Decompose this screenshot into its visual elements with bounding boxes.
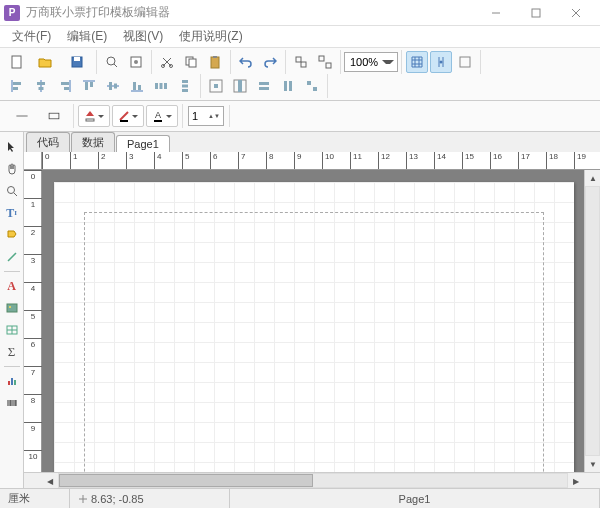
distribute-v-button[interactable] [174,75,196,97]
menubar: 文件(F) 编辑(E) 视图(V) 使用说明(Z) [0,26,600,48]
minimize-button[interactable] [476,0,516,26]
svg-rect-73 [8,381,10,385]
center-in-window-button[interactable] [205,75,227,97]
line-color-button[interactable] [112,105,144,127]
chart-tool[interactable] [2,371,22,391]
undo-button[interactable] [235,51,257,73]
paste-button[interactable] [204,51,226,73]
svg-rect-27 [13,87,18,90]
menu-view[interactable]: 视图(V) [115,26,171,47]
format-tool[interactable] [2,225,22,245]
align-bottom-button[interactable] [126,75,148,97]
svg-point-7 [107,57,115,65]
scroll-thumb-h[interactable] [59,474,313,487]
scroll-up-button[interactable]: ▲ [585,170,600,186]
menu-edit[interactable]: 编辑(E) [59,26,115,47]
svg-rect-42 [138,85,141,90]
scroll-track-h[interactable] [58,473,568,488]
same-height-button[interactable] [277,75,299,97]
preview-button[interactable] [101,51,123,73]
svg-rect-52 [238,80,242,92]
toolbar-style: A 1 ▲▼ [0,101,600,132]
svg-rect-21 [319,56,324,61]
svg-rect-22 [326,63,331,68]
font-a-tool[interactable]: A [2,276,22,296]
cut-button[interactable] [156,51,178,73]
tab-data[interactable]: 数据 [71,132,115,152]
redo-button[interactable] [259,51,281,73]
svg-point-23 [440,61,443,64]
svg-rect-16 [189,59,196,67]
show-grid-button[interactable] [406,51,428,73]
svg-rect-50 [214,84,218,88]
align-top-button[interactable] [78,75,100,97]
line-style-button[interactable] [7,105,37,127]
align-center-h-button[interactable] [30,75,52,97]
copy-button[interactable] [180,51,202,73]
save-button[interactable] [62,51,92,73]
image-tool[interactable] [2,298,22,318]
same-width-button[interactable] [253,75,275,97]
svg-rect-57 [307,81,311,85]
text-tool[interactable]: TI [2,203,22,223]
align-right-button[interactable] [54,75,76,97]
tab-code[interactable]: 代码 [26,132,70,152]
close-button[interactable] [556,0,596,26]
svg-rect-20 [301,62,306,67]
zoom-tool[interactable] [2,181,22,201]
page-surface[interactable] [54,182,574,472]
menu-file[interactable]: 文件(F) [4,26,59,47]
svg-point-65 [7,187,14,194]
font-color-button[interactable]: A [146,105,178,127]
line-tool[interactable] [2,247,22,267]
ungroup-button[interactable] [314,51,336,73]
scroll-track-v[interactable] [585,186,600,456]
snap-grid-button[interactable] [430,51,452,73]
group-button[interactable] [290,51,312,73]
hand-tool[interactable] [2,159,22,179]
horizontal-scrollbar[interactable]: ◀ ▶ [24,472,600,488]
center-v-window-button[interactable] [229,75,251,97]
svg-rect-38 [109,82,112,90]
scroll-down-button[interactable]: ▼ [585,456,600,472]
align-middle-v-button[interactable] [102,75,124,97]
svg-rect-30 [39,87,44,90]
svg-rect-24 [460,57,470,67]
scroll-left-button[interactable]: ◀ [42,473,58,488]
menu-help[interactable]: 使用说明(Z) [171,26,250,47]
barcode-tool[interactable] [2,393,22,413]
zoom-combo[interactable]: 100% [344,52,398,72]
page-setup-button[interactable] [125,51,147,73]
svg-rect-35 [85,82,88,90]
table-tool[interactable] [2,320,22,340]
open-button[interactable] [30,51,60,73]
new-button[interactable] [6,51,28,73]
fill-color-button[interactable] [78,105,110,127]
same-size-button[interactable] [301,75,323,97]
canvas[interactable] [42,170,584,472]
vertical-scrollbar[interactable]: ▲ ▼ [584,170,600,472]
status-page: Page1 [230,489,600,508]
svg-rect-47 [182,85,188,88]
svg-rect-1 [532,9,540,17]
svg-rect-32 [61,82,69,85]
distribute-h-button[interactable] [150,75,172,97]
tab-page[interactable]: Page1 [116,135,170,152]
svg-rect-74 [11,378,13,385]
margin-guide [84,212,544,472]
titlebar: P 万商联小票打印模板编辑器 [0,0,600,26]
sum-tool[interactable]: Σ [2,342,22,362]
vertical-ruler: 0123456789101112 [24,170,42,472]
svg-rect-48 [182,89,188,92]
svg-rect-19 [296,57,301,62]
scroll-right-button[interactable]: ▶ [568,473,584,488]
border-style-button[interactable] [39,105,69,127]
line-width-input[interactable]: 1 ▲▼ [188,106,224,126]
align-left-button[interactable] [6,75,28,97]
maximize-button[interactable] [516,0,556,26]
svg-rect-36 [90,82,93,87]
select-tool[interactable] [2,137,22,157]
fit-grid-button[interactable] [454,51,476,73]
svg-rect-6 [74,57,80,61]
svg-rect-56 [289,81,292,91]
